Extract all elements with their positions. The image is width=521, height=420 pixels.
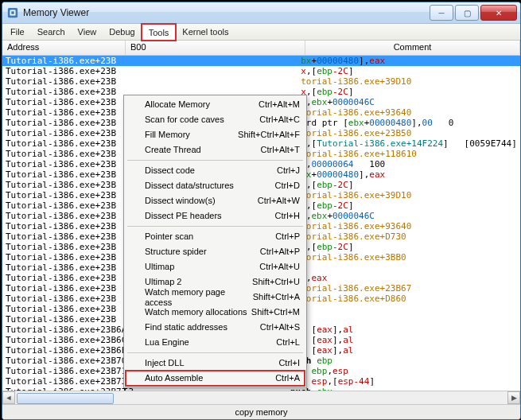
menu-file[interactable]: File	[4, 24, 31, 40]
status-text: copy memory	[235, 407, 287, 417]
menu-item-dissect-pe-headers[interactable]: Dissect PE headersCtrl+H	[126, 208, 305, 224]
column-bytes[interactable]: B00	[126, 41, 305, 55]
memory-viewer-window: Memory Viewer ─ ▢ ✕ FileSearchViewDebugT…	[2, 2, 521, 420]
menu-item-create-thread[interactable]: Create ThreadCtrl+Alt+T	[126, 142, 305, 158]
svg-rect-2	[11, 11, 14, 14]
horizontal-scrollbar[interactable]: ◄ ▶	[2, 391, 520, 404]
titlebar: Memory Viewer ─ ▢ ✕	[2, 2, 520, 24]
disassembly-row[interactable]: Tutorial-i386.exe+23B bx+00000480],eax	[2, 56, 520, 66]
column-comment[interactable]: Comment	[305, 41, 520, 55]
menu-item-find-static-addresses[interactable]: Find static addressesCtrl+Alt+S	[126, 320, 305, 335]
status-bar: copy memory	[2, 404, 520, 419]
column-address[interactable]: Address	[2, 41, 126, 55]
window-title: Memory Viewer	[23, 7, 428, 18]
menu-separator	[127, 352, 303, 353]
menu-search[interactable]: Search	[31, 24, 72, 40]
menu-item-watch-memory-page-access[interactable]: Watch memory page accessShift+Ctrl+A	[126, 290, 305, 305]
menu-debug[interactable]: Debug	[103, 24, 141, 40]
menu-item-structure-spider[interactable]: Structure spiderCtrl+Alt+P	[126, 244, 305, 259]
app-icon	[7, 7, 18, 18]
tools-menu-dropdown: Allocate MemoryCtrl+Alt+MScan for code c…	[123, 95, 307, 388]
column-headers: Address B00 Comment	[2, 41, 520, 56]
scroll-right-button[interactable]: ▶	[507, 391, 520, 404]
disassembly-view[interactable]: Tutorial-i386.exe+23B bx+00000480],eaxTu…	[2, 56, 520, 391]
menu-item-allocate-memory[interactable]: Allocate MemoryCtrl+Alt+M	[126, 97, 305, 112]
maximize-button[interactable]: ▢	[455, 5, 479, 21]
disassembly-row[interactable]: Tutorial-i386.exe+23B torial-i386.exe+39…	[2, 76, 520, 87]
scroll-thumb[interactable]	[17, 393, 114, 404]
menu-kernel-tools[interactable]: Kernel tools	[176, 24, 235, 40]
menu-separator	[127, 226, 303, 227]
menu-item-fill-memory[interactable]: Fill MemoryShift+Ctrl+Alt+F	[126, 127, 305, 142]
menu-item-dissect-data-structures[interactable]: Dissect data/structuresCtrl+D	[126, 178, 305, 193]
close-button[interactable]: ✕	[480, 5, 517, 21]
menu-tools[interactable]: Tools	[142, 24, 177, 41]
menu-item-auto-assemble[interactable]: Auto AssembleCtrl+A	[126, 371, 305, 386]
menu-item-dissect-code[interactable]: Dissect codeCtrl+J	[126, 163, 305, 178]
minimize-button[interactable]: ─	[430, 5, 453, 21]
menu-item-scan-for-code-caves[interactable]: Scan for code cavesCtrl+Alt+C	[126, 112, 305, 127]
menu-view[interactable]: View	[72, 24, 103, 40]
menubar: FileSearchViewDebugToolsKernel tools	[2, 24, 520, 41]
menu-item-dissect-window-s-[interactable]: Dissect window(s)Ctrl+Alt+W	[126, 193, 305, 208]
menu-item-lua-engine[interactable]: Lua EngineCtrl+L	[126, 335, 305, 350]
scroll-left-button[interactable]: ◄	[2, 391, 15, 404]
menu-item-inject-dll[interactable]: Inject DLLCtrl+I	[126, 356, 305, 371]
menu-item-pointer-scan[interactable]: Pointer scanCtrl+P	[126, 229, 305, 244]
menu-item-watch-memory-allocations[interactable]: Watch memory allocationsShift+Ctrl+M	[126, 305, 305, 320]
disassembly-row[interactable]: Tutorial-i386.exe+23B x,[ebp-2C]	[2, 66, 520, 76]
menu-separator	[127, 160, 303, 161]
menu-item-ultimap[interactable]: UltimapCtrl+Alt+U	[126, 259, 305, 274]
